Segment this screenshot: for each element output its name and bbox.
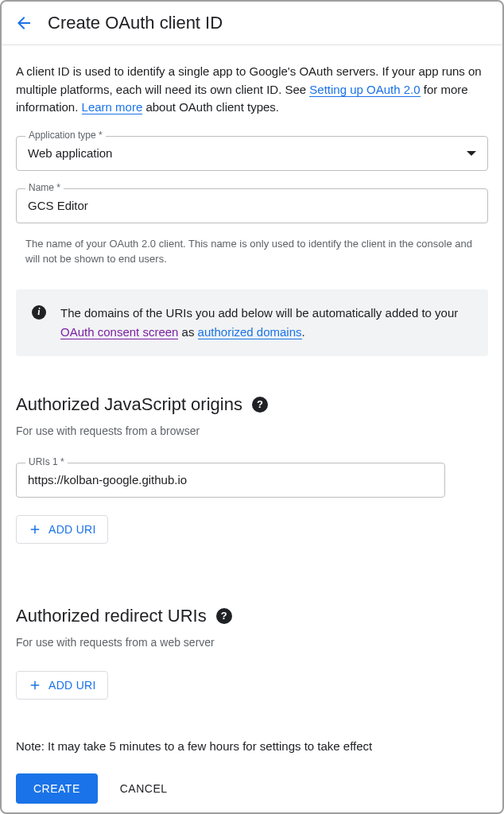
uri1-input[interactable]	[16, 463, 445, 498]
application-type-label: Application type *	[25, 130, 106, 141]
name-input[interactable]	[16, 188, 488, 223]
create-button[interactable]: CREATE	[16, 773, 98, 804]
help-icon[interactable]: ?	[216, 608, 232, 624]
application-type-value: Web application	[28, 146, 112, 160]
js-origins-title: Authorized JavaScript origins	[16, 394, 242, 415]
intro-text: A client ID is used to identify a single…	[16, 63, 488, 117]
settings-delay-note: Note: It may take 5 minutes to a few hou…	[16, 739, 488, 753]
redirect-uris-subtitle: For use with requests from a web server	[16, 636, 488, 649]
caret-down-icon	[467, 151, 476, 156]
domain-info-banner: i The domains of the URIs you add below …	[16, 289, 488, 356]
name-label: Name *	[25, 182, 64, 193]
back-arrow-icon[interactable]	[14, 14, 33, 33]
add-js-uri-button[interactable]: ADD URI	[16, 515, 108, 544]
uri1-label: URIs 1 *	[25, 456, 68, 467]
info-icon: i	[32, 305, 46, 320]
plus-icon	[28, 678, 42, 692]
learn-more-link[interactable]: Learn more	[82, 100, 143, 114]
cancel-button[interactable]: CANCEL	[120, 782, 168, 795]
name-helper-text: The name of your OAuth 2.0 client. This …	[16, 233, 488, 267]
plus-icon	[28, 522, 42, 537]
application-type-select[interactable]: Web application	[16, 136, 488, 171]
page-title: Create OAuth client ID	[48, 13, 223, 33]
help-icon[interactable]: ?	[252, 397, 268, 413]
js-origins-subtitle: For use with requests from a browser	[16, 424, 488, 437]
authorized-domains-link[interactable]: authorized domains	[198, 325, 302, 339]
setup-oauth-link[interactable]: Setting up OAuth 2.0	[309, 83, 420, 97]
add-redirect-uri-button[interactable]: ADD URI	[16, 671, 108, 700]
consent-screen-link[interactable]: OAuth consent screen	[60, 325, 178, 339]
redirect-uris-title: Authorized redirect URIs	[16, 606, 207, 626]
